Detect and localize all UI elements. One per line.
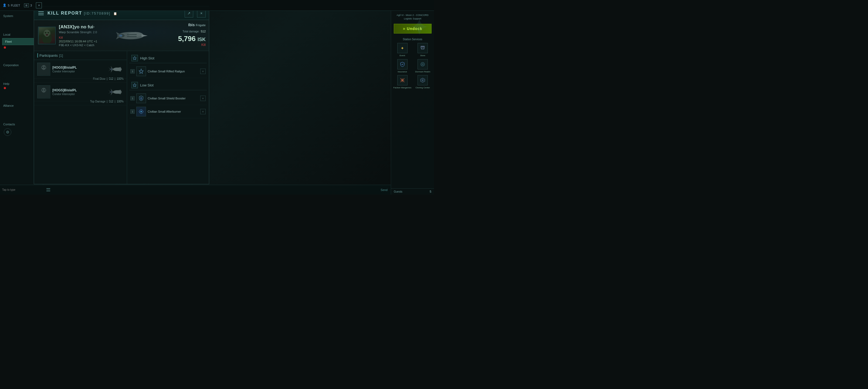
svg-marker-12 — [142, 34, 148, 37]
afterburner-close-button[interactable]: × — [200, 109, 206, 114]
chat-input[interactable] — [2, 188, 41, 191]
participant-2-info: [HOGS]BisialPL Condor Interceptor — [52, 88, 105, 95]
svg-point-4 — [48, 32, 49, 33]
svg-point-37 — [110, 91, 112, 93]
low-slot-section: Low Slot 1 Civilian Small Shield Booster… — [129, 80, 207, 118]
dormant-label: Dormant Realm — [415, 71, 430, 73]
dormant-icon — [417, 59, 428, 70]
participant-2-ship-img — [107, 86, 124, 97]
send-bar: Send — [43, 185, 391, 194]
participants-header: Participants [1] — [34, 51, 127, 60]
high-slot-label: High Slot — [140, 56, 154, 60]
participants-count: [1] — [59, 54, 63, 58]
ship-image-area — [101, 21, 160, 50]
svg-line-51 — [424, 47, 424, 49]
low-slot-icon — [131, 82, 138, 88]
low-slot-label: Low Slot — [140, 83, 154, 87]
gear-button[interactable]: ⚙ — [4, 128, 11, 136]
chat-input-area — [0, 185, 43, 194]
right-sidebar: ✦ Agil VI - Moon 2 - CONCORD Logistic Su… — [391, 0, 434, 194]
svg-point-20 — [42, 67, 43, 68]
store-icon — [417, 43, 428, 53]
svg-point-5 — [45, 34, 48, 36]
svg-point-3 — [45, 32, 46, 33]
send-menu-button[interactable] — [46, 188, 50, 191]
module-row-afterburner: 1 Civilian Small Afterburner — [129, 105, 207, 118]
victim-stats: Ibis Frigate Total damage: 512 5,796 ISK… — [178, 23, 206, 47]
svg-rect-13 — [127, 34, 137, 35]
service-item-event[interactable]: ✦ Event — [393, 43, 412, 57]
participant-item[interactable]: [HOGS]BisialPL Condor Interceptor — [34, 60, 127, 79]
participants-label: Participants — [39, 54, 58, 58]
high-slot-section: High Slot 1 Civilian Small Rifled Railgu… — [129, 53, 207, 78]
screen-count: 3 — [30, 4, 32, 7]
fleet-icon-item[interactable]: 👤 5 FLEET — [3, 3, 20, 7]
fleet-label: FLEET — [11, 4, 20, 7]
service-item-faction[interactable]: Faction Wargames — [393, 75, 412, 89]
victim-section: [AN3X]yo no fui· Warp Scramble Strength:… — [34, 20, 209, 51]
svg-rect-14 — [127, 36, 137, 37]
star-emblem: ✦ — [406, 13, 433, 40]
screen-item[interactable]: ⊞ 3 — [24, 3, 32, 7]
avatar-face — [39, 27, 55, 44]
damage-label: Total damage: — [182, 30, 199, 33]
fleet-status-dot — [4, 47, 6, 49]
participant-1-info: [HOGS]BisialPL Condor Interceptor — [52, 66, 105, 73]
guests-row: Guests 5 — [391, 188, 434, 194]
service-item-insurance[interactable]: Insurance — [393, 59, 412, 73]
afterburner-icon — [136, 107, 146, 116]
guests-count: 5 — [430, 190, 431, 193]
afterburner-qty: 1 — [130, 109, 135, 114]
help-status-dot — [4, 87, 6, 89]
participant-item-2[interactable]: [HOGS]BisialPL Condor Interceptor — [34, 83, 127, 101]
svg-point-55 — [423, 64, 423, 64]
service-item-dormant[interactable]: Dormant Realm — [414, 59, 432, 73]
people-icon: 👤 — [3, 3, 6, 7]
service-item-cloning[interactable]: Cloning Center — [414, 75, 432, 89]
chevrons-icon: » — [403, 26, 405, 31]
damage-value: 512 — [201, 30, 206, 33]
isk-value: 5,796 ISK — [178, 34, 206, 43]
high-slot-icon — [131, 55, 138, 61]
insurance-label: Insurance — [398, 71, 407, 73]
send-button[interactable]: Send — [380, 188, 388, 192]
svg-point-44 — [141, 111, 142, 112]
cloning-icon — [417, 75, 428, 85]
modules-panel: High Slot 1 Civilian Small Rifled Railgu… — [127, 51, 209, 184]
main-content: Participants [1] [HOGS]BisialPL — [34, 51, 209, 184]
participants-panel: Participants [1] [HOGS]BisialPL — [34, 51, 127, 184]
ship-class: Frigate — [196, 24, 206, 27]
service-item-store[interactable]: Store — [414, 43, 432, 57]
screen-icon: ⊞ — [24, 3, 29, 7]
service-grid: ✦ Event Store Insur — [391, 41, 434, 91]
svg-line-49 — [422, 47, 422, 49]
insurance-icon — [397, 59, 408, 70]
railgun-close-button[interactable]: × — [200, 68, 206, 74]
cloning-label: Cloning Center — [416, 86, 430, 89]
high-slot-header: High Slot — [129, 53, 207, 63]
svg-point-36 — [113, 90, 121, 94]
topbar-close-button[interactable]: × — [36, 2, 42, 8]
event-label: Event — [400, 54, 405, 57]
report-id: [ID:7570899] — [84, 11, 111, 16]
shield-booster-name: Civilian Small Shield Booster — [148, 97, 199, 100]
participant-1-ship: Condor Interceptor — [52, 70, 105, 73]
copy-icon[interactable]: 📋 — [113, 12, 118, 15]
shield-booster-icon — [136, 93, 146, 103]
guests-label: Guests — [394, 190, 402, 193]
shield-close-button[interactable]: × — [200, 95, 206, 101]
participant-1-avatar — [37, 63, 50, 76]
svg-point-32 — [44, 89, 45, 90]
svg-point-26 — [110, 68, 112, 70]
damage-row: Total damage: 512 — [178, 29, 206, 33]
railgun-qty: 1 — [130, 69, 135, 74]
svg-point-62 — [422, 80, 423, 81]
store-label: Store — [420, 54, 425, 57]
svg-point-2 — [44, 30, 50, 37]
header-bar — [37, 53, 38, 58]
participant-2-avatar — [37, 85, 50, 98]
svg-point-15 — [120, 34, 123, 36]
faction-label: Faction Wargames — [393, 86, 411, 89]
svg-marker-41 — [133, 83, 136, 87]
svg-point-40 — [140, 70, 142, 73]
